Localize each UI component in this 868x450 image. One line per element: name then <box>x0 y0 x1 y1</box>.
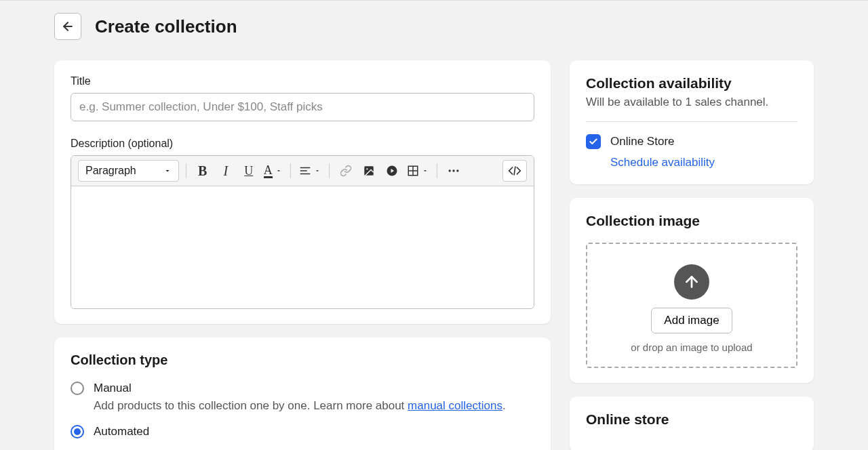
check-icon <box>589 137 598 146</box>
manual-collections-link[interactable]: manual collections <box>408 399 502 412</box>
rich-text-editor: Paragraph B I U A <box>71 155 534 309</box>
svg-point-13 <box>456 169 458 171</box>
radio-manual-description: Add products to this collection one by o… <box>94 399 534 413</box>
rte-text-color-button[interactable]: A <box>262 161 283 180</box>
add-image-button[interactable]: Add image <box>651 308 732 333</box>
channel-online-store-label: Online Store <box>610 135 675 148</box>
collection-type-card: Collection type Manual Add products to t… <box>54 338 551 450</box>
table-icon <box>407 165 419 177</box>
play-circle-icon <box>386 165 398 177</box>
online-store-checkbox[interactable] <box>586 134 601 149</box>
arrow-up-icon <box>683 273 701 291</box>
chevron-down-icon <box>314 167 321 174</box>
rte-html-button[interactable] <box>502 160 527 182</box>
rte-format-select[interactable]: Paragraph <box>78 160 179 182</box>
schedule-availability-link[interactable]: Schedule availability <box>610 156 797 169</box>
rte-video-button[interactable] <box>382 161 401 180</box>
rte-table-button[interactable] <box>406 161 430 180</box>
code-icon <box>508 164 521 178</box>
arrow-left-icon <box>61 20 75 33</box>
chevron-down-icon <box>163 167 172 175</box>
image-dropzone[interactable]: Add image or drop an image to upload <box>586 243 797 368</box>
svg-point-12 <box>452 169 454 171</box>
page-title: Create collection <box>95 16 237 37</box>
drop-image-text: or drop an image to upload <box>631 342 752 353</box>
availability-heading: Collection availability <box>586 75 797 91</box>
rte-align-button[interactable] <box>298 161 322 180</box>
availability-card: Collection availability Will be availabl… <box>570 60 814 184</box>
radio-automated[interactable] <box>71 425 84 438</box>
online-store-heading: Online store <box>586 411 797 428</box>
upload-icon <box>674 264 709 300</box>
rte-more-button[interactable] <box>444 161 463 180</box>
radio-manual[interactable] <box>71 382 84 395</box>
link-icon <box>340 165 352 177</box>
online-store-card: Online store <box>570 396 814 450</box>
collection-image-card: Collection image Add image or drop an im… <box>570 198 814 383</box>
dots-horizontal-icon <box>447 164 460 178</box>
svg-point-5 <box>366 168 368 169</box>
rte-toolbar: Paragraph B I U A <box>71 156 534 186</box>
radio-automated-label: Automated <box>94 425 149 438</box>
rte-underline-button[interactable]: U <box>239 161 258 180</box>
chevron-down-icon <box>422 167 429 174</box>
align-left-icon <box>299 165 311 177</box>
image-icon <box>363 165 375 177</box>
svg-line-14 <box>514 167 515 175</box>
availability-subtext: Will be available to 1 sales channel. <box>586 96 797 109</box>
title-label: Title <box>71 75 534 87</box>
collection-image-heading: Collection image <box>586 213 797 229</box>
rte-image-button[interactable] <box>359 161 378 180</box>
title-description-card: Title Description (optional) Paragraph B <box>54 60 551 324</box>
radio-manual-label: Manual <box>94 382 132 395</box>
rte-italic-button[interactable]: I <box>216 161 235 180</box>
svg-point-11 <box>448 169 450 171</box>
rte-bold-button[interactable]: B <box>193 161 212 180</box>
title-input[interactable] <box>71 93 534 121</box>
collection-type-heading: Collection type <box>71 352 534 368</box>
rte-link-button[interactable] <box>336 161 355 180</box>
description-label: Description (optional) <box>71 138 534 150</box>
chevron-down-icon <box>275 167 282 174</box>
rte-content-area[interactable] <box>71 186 534 308</box>
back-button[interactable] <box>54 13 81 40</box>
